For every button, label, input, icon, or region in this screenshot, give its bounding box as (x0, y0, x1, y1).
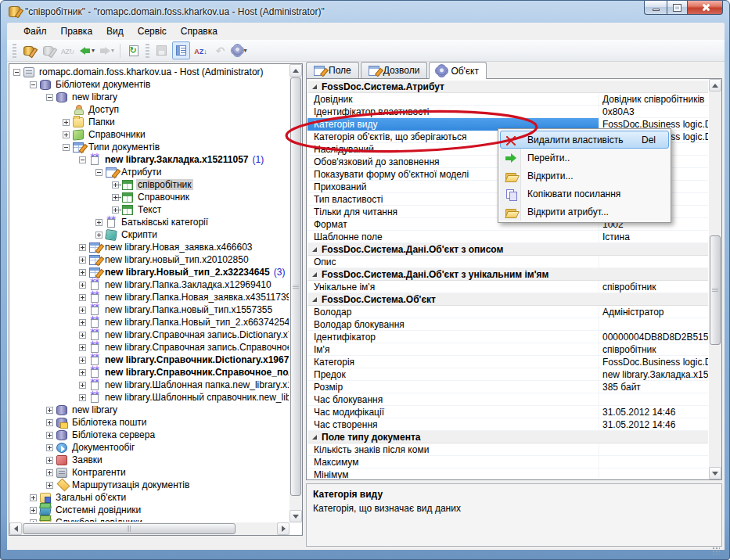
tree-node-label[interactable]: new library.Папка.Новая_заявка.x43511739 (103, 292, 289, 303)
expand-icon[interactable] (46, 469, 53, 476)
tree-node-label[interactable]: Текст (136, 204, 163, 215)
collapse-icon[interactable] (79, 156, 86, 163)
tree-node-label[interactable]: new library.Шаблонный справочник.new_lib… (103, 392, 289, 403)
expand-icon[interactable] (79, 282, 86, 289)
tree-node-label[interactable]: Маршрутизація документів (70, 479, 191, 490)
collapse-icon[interactable] (13, 69, 20, 76)
tree-hscroll-thumb[interactable] (23, 523, 236, 534)
save-button[interactable] (153, 41, 171, 59)
tree-node-label[interactable]: Батьківські категорії (120, 217, 210, 228)
expand-icon[interactable] (79, 307, 86, 314)
tree-node-label[interactable]: Скрипти (120, 229, 159, 240)
tree-node-label[interactable]: Атрибути (120, 167, 163, 178)
tree-node-label[interactable]: new library.Шаблонная папка.new_library.… (103, 379, 289, 390)
property-label[interactable]: Розмір (307, 381, 599, 393)
tree-node-label[interactable]: Заявки (70, 454, 104, 465)
property-value[interactable]: Адміністратор (599, 306, 708, 318)
property-label[interactable]: Унікальне ім'я (307, 281, 599, 293)
tree-node-label[interactable]: new library.Папка.Новый_тип_2.x66374254 (103, 317, 289, 328)
tree-node-label[interactable]: new library.Закладка.x15211057 (103, 154, 250, 165)
property-label[interactable]: Кількість знаків після коми (307, 443, 599, 456)
collapse-icon[interactable] (95, 169, 102, 176)
tree-node-label[interactable]: new library (70, 404, 119, 415)
tree-node-label[interactable]: Контрагенти (70, 467, 128, 478)
property-value[interactable]: 0x80A3 (599, 106, 708, 118)
context-menu-item[interactable]: Відкрити атрибут... (500, 203, 669, 221)
tree-node-label[interactable]: romapc.domain.foss.kharkov.ua - Host (Ad… (38, 66, 265, 77)
tree-node-label[interactable]: new library.Новая_заявка.x466603 (103, 242, 254, 253)
resize-grip[interactable] (712, 547, 720, 555)
maximize-button[interactable] (667, 1, 688, 15)
tree-node-label[interactable]: new library (70, 92, 119, 102)
tree-node-label[interactable]: Документообіг (70, 442, 136, 453)
title-bar[interactable]: "співробітник" - "romapc.domain.foss.kha… (1, 1, 729, 23)
menu-item-файл[interactable]: Файл (16, 23, 54, 39)
property-section-header[interactable]: FossDoc.Система.Дані.Об'єкт з унікальним… (307, 268, 708, 281)
tree-node-label[interactable]: new library.Справочник.Справочное_пол (103, 367, 289, 378)
expand-icon[interactable] (79, 332, 86, 339)
property-label[interactable]: Максимум (307, 456, 599, 468)
context-menu-item[interactable]: Перейти.. (500, 149, 669, 167)
tree-node-label[interactable]: new library.Справочник.Dictionary.x1967 (103, 354, 289, 365)
property-label[interactable]: Час модифікації (307, 406, 599, 418)
expand-icon[interactable] (63, 131, 70, 138)
expand-icon[interactable] (46, 444, 53, 451)
property-value[interactable]: FossDoc.Business logic.Document type fie… (599, 356, 708, 368)
property-label[interactable]: Довідник (307, 93, 599, 106)
new-object-button[interactable] (39, 41, 57, 59)
property-value[interactable] (599, 256, 708, 268)
property-label[interactable]: Час блокування (307, 393, 599, 406)
property-label[interactable]: Ідентифікатор властивості (307, 106, 599, 118)
property-label[interactable]: Категорія (307, 356, 599, 368)
property-value[interactable]: 00000004DB8D8D2B51544C03B6308A46C6A92FDI (599, 331, 708, 343)
expand-icon[interactable] (79, 294, 86, 301)
property-value[interactable] (599, 468, 708, 479)
tree-node-label[interactable]: new library.Новый_тип_2.x32234645 (103, 267, 272, 278)
tab-поле[interactable]: Поле (306, 62, 359, 78)
collapse-icon[interactable] (46, 94, 53, 101)
tree-vertical-scrollbar[interactable] (289, 64, 302, 522)
tree-node-label[interactable]: new library.Справочная запись.Справочное… (103, 342, 289, 353)
property-value[interactable] (599, 443, 708, 456)
forward-button[interactable]: ▾ (98, 41, 116, 59)
property-value[interactable] (599, 318, 708, 331)
property-value[interactable]: 31.05.2012 14:46 (599, 406, 708, 418)
property-section-header[interactable]: FossDoc.Система.Дані.Об'єкт з описом (307, 243, 708, 256)
property-value[interactable]: 31.05.2012 14:46 (599, 418, 708, 431)
tree-node-label[interactable]: співробітник (136, 179, 193, 190)
menu-item-справка[interactable]: Справка (174, 23, 225, 39)
scroll-left-button[interactable] (9, 522, 22, 535)
grid-vertical-scrollbar[interactable] (709, 79, 721, 479)
property-label[interactable]: Володар (307, 306, 599, 318)
property-value[interactable]: співробітник (599, 343, 708, 356)
tree-node-label[interactable]: new library.Папка.новый_тип.x1557355 (103, 304, 274, 315)
expand-icon[interactable] (46, 407, 53, 414)
property-value[interactable]: Довідник співробітників (599, 93, 708, 106)
expand-icon[interactable] (30, 519, 37, 522)
expand-icon[interactable] (79, 344, 86, 351)
property-value[interactable]: співробітник (599, 281, 708, 293)
property-section-header[interactable]: FossDoc.Система.Атрибут (307, 81, 708, 93)
tree-node-label[interactable]: Бібліотека сервера (70, 429, 156, 440)
tree-node-label[interactable]: Типи документів (87, 142, 161, 153)
tree-node-label[interactable]: new library.Справочная запись.Dictionary… (103, 329, 289, 340)
menu-item-вид[interactable]: Вид (99, 23, 131, 39)
expand-icon[interactable] (79, 382, 86, 389)
property-label[interactable]: Опис (307, 256, 599, 268)
expand-icon[interactable] (79, 319, 86, 326)
property-value[interactable]: new library.Закладка.x15211057 (599, 368, 708, 381)
tree-node-label[interactable]: new library.Папка.Закладка.x12969410 (103, 279, 273, 290)
tree-node-label[interactable]: Загальні об'єкти (54, 492, 128, 503)
property-value[interactable]: Істина (599, 231, 708, 243)
tree-horizontal-scrollbar[interactable] (9, 522, 289, 535)
property-value[interactable] (599, 393, 708, 406)
property-label[interactable]: Ім'я (307, 343, 599, 356)
grid-scroll-up-button[interactable] (709, 79, 721, 92)
new-object-button[interactable] (20, 41, 38, 59)
expand-icon[interactable] (79, 394, 86, 401)
settings-gear-button[interactable]: ▾ (231, 41, 249, 59)
minimize-button[interactable] (644, 1, 667, 15)
property-label[interactable]: Володар блокування (307, 318, 599, 331)
grid-scroll-down-button[interactable] (709, 467, 721, 479)
expand-icon[interactable] (79, 244, 86, 251)
